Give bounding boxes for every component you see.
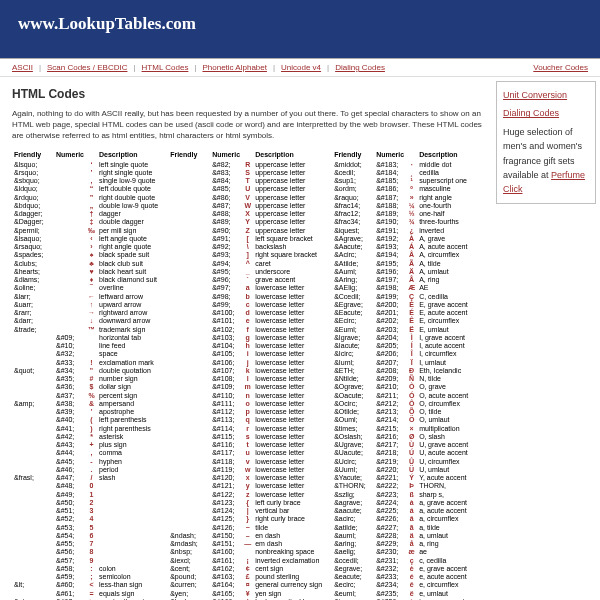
code-row: &atilde;&#227;ãa, tilde <box>332 524 470 532</box>
code-row: &euml;&#235;ëe, umlaut <box>332 590 470 598</box>
code-row: &#43;+plus sign <box>12 441 160 449</box>
nav-voucher[interactable]: Voucher Codes <box>533 63 588 72</box>
code-row: &#119;wlowercase letter <box>168 466 324 474</box>
code-row: &#46;.period <box>12 466 160 474</box>
code-row: &#37;%percent sign <box>12 392 160 400</box>
code-row: &nbsp;&#160;nonbreaking space <box>168 548 324 556</box>
code-row: &diams;♦black diamond suit <box>12 276 160 284</box>
code-row: &Uacute;&#218;ÚU, acute accent <box>332 449 470 457</box>
code-row: &#86;Vuppercase letter <box>168 194 324 202</box>
codes-col-1: FriendlyNumericDescription&lsquo;‘left s… <box>12 151 160 600</box>
codes-columns: FriendlyNumericDescription&lsquo;‘left s… <box>12 151 482 600</box>
code-row: &#95;_underscore <box>168 268 324 276</box>
code-row: &#52;4 <box>12 515 160 523</box>
sidebar-dialing-codes[interactable]: Dialing Codes <box>503 106 589 120</box>
code-row: &Eacute;&#201;ÉE, acute accent <box>332 309 470 317</box>
code-row: &aelig;&#230;æae <box>332 548 470 556</box>
code-row: &spades;♠black spade suit <box>12 251 160 259</box>
code-row: &#125;}right curly brace <box>168 515 324 523</box>
nav-unicode-v4[interactable]: Unicode v4 <box>281 63 321 72</box>
code-row: &frasl;&#47;/slash <box>12 474 160 482</box>
col-header: Friendly <box>12 151 54 160</box>
code-row: &auml;&#228;äa, umlaut <box>332 532 470 540</box>
code-row: &agrave;&#224;àa, grave accent <box>332 499 470 507</box>
code-row: &#124;|vertical bar <box>168 507 324 515</box>
code-row: &permil;‰per mill sign <box>12 227 160 235</box>
code-row: &sup1;&#185;¹superscript one <box>332 177 470 185</box>
code-row: &#57;9 <box>12 557 160 565</box>
code-row: &#09;horizontal tab <box>12 334 160 342</box>
col-header: Friendly <box>168 151 210 160</box>
code-row: &#84;Tuppercase letter <box>168 177 324 185</box>
code-row: &#118;vlowercase letter <box>168 458 324 466</box>
code-row: &#45;-hyphen <box>12 458 160 466</box>
code-row: &darr;↓downward arrow <box>12 317 160 325</box>
nav-dialing-codes[interactable]: Dialing Codes <box>335 63 385 72</box>
code-row: &#32;space <box>12 350 160 358</box>
code-row: &ecirc;&#234;êe, circumflex <box>332 581 470 589</box>
code-row: &acirc;&#226;âa, circumflex <box>332 515 470 523</box>
code-row: &middot;&#183;·middle dot <box>332 161 470 169</box>
code-row: &Aring;&#197;ÅA, ring <box>332 276 470 284</box>
nav-phonetic-alphabet[interactable]: Phonetic Alphabet <box>202 63 267 72</box>
nav-ascii[interactable]: ASCII <box>12 63 33 72</box>
code-row: &rsquo;’right single quote <box>12 169 160 177</box>
code-row: &#40;(left parenthesis <box>12 416 160 424</box>
code-row: &#104;hlowercase letter <box>168 342 324 350</box>
code-row: &#121;ylowercase letter <box>168 482 324 490</box>
code-row: &#107;klowercase letter <box>168 367 324 375</box>
page-heading: HTML Codes <box>12 87 482 101</box>
nav-scan-codes-ebcdic[interactable]: Scan Codes / EBCDIC <box>47 63 127 72</box>
sidebar-unit-conversion[interactable]: Unit Conversion <box>503 88 589 102</box>
code-row: &#100;dlowercase letter <box>168 309 324 317</box>
code-row: &pound;&#163;£pound sterling <box>168 573 324 581</box>
code-row: &frac12;&#189;½one-half <box>332 210 470 218</box>
code-row: &#116;tlowercase letter <box>168 441 324 449</box>
code-row: &#114;rlowercase letter <box>168 425 324 433</box>
code-row: &aacute;&#225;áa, acute accent <box>332 507 470 515</box>
code-row: &iexcl;&#161;¡inverted exclamation <box>168 557 324 565</box>
code-row: &#110;nlowercase letter <box>168 392 324 400</box>
code-row: &#99;clowercase letter <box>168 301 324 309</box>
code-row: &ordm;&#186;ºmasculine <box>332 185 470 193</box>
col-header <box>242 151 253 160</box>
col-header <box>86 151 97 160</box>
code-row: &aring;&#229;åa, ring <box>332 540 470 548</box>
code-row: &quot;&#34;"double quotation <box>12 367 160 375</box>
col-header: Description <box>253 151 324 160</box>
code-row: &#59;;semicolon <box>12 573 160 581</box>
code-row: &#120;xlowercase letter <box>168 474 324 482</box>
code-row: &curren;&#164;¤general currency sign <box>168 581 324 589</box>
code-row: &#36;$dollar sign <box>12 383 160 391</box>
code-row: &rarr;→rightward arrow <box>12 309 160 317</box>
code-row: &Agrave;&#192;ÀA, grave <box>332 235 470 243</box>
code-row: &eacute;&#233;ée, acute accent <box>332 573 470 581</box>
code-row: &ETH;&#208;ÐEth, Icelandic <box>332 367 470 375</box>
code-row: &frac34;&#190;¾three-fourths <box>332 218 470 226</box>
code-row: &#103;glowercase letter <box>168 334 324 342</box>
codes-col-2: FriendlyNumericDescription&#82;Ruppercas… <box>168 151 324 600</box>
nav-html-codes[interactable]: HTML Codes <box>142 63 189 72</box>
code-row: &ccedil;&#231;çc, cedilla <box>332 557 470 565</box>
code-row: &Ocirc;&#212;ÔO, circumflex <box>332 400 470 408</box>
code-row: &Auml;&#196;ÄA, umlaut <box>332 268 470 276</box>
code-row: &sbquo;‚single low-9 quote <box>12 177 160 185</box>
code-row: &#33;!exclamation mark <box>12 359 160 367</box>
code-row: &clubs;♣black club suit <box>12 260 160 268</box>
code-row: &#48;0 <box>12 482 160 490</box>
code-row: &egrave;&#232;èe, grave accent <box>332 565 470 573</box>
code-row: &Ograve;&#210;ÒO, grave <box>332 383 470 391</box>
col-header: Numeric <box>54 151 86 160</box>
code-row: &#88;Xuppercase letter <box>168 210 324 218</box>
code-row: &#51;3 <box>12 507 160 515</box>
code-row: &#53;5 <box>12 524 160 532</box>
code-row: &#61;=equals sign <box>12 590 160 598</box>
code-row: &Euml;&#203;ËE, umlaut <box>332 326 470 334</box>
code-row: &#97;alowercase letter <box>168 284 324 292</box>
code-row: &#55;7 <box>12 540 160 548</box>
code-row: &#96;`grave accent <box>168 276 324 284</box>
col-header: Friendly <box>332 151 374 160</box>
code-row: &Ugrave;&#217;ÙU, grave accent <box>332 441 470 449</box>
code-row: &#111;olowercase letter <box>168 400 324 408</box>
code-row: &#89;Yuppercase letter <box>168 218 324 226</box>
